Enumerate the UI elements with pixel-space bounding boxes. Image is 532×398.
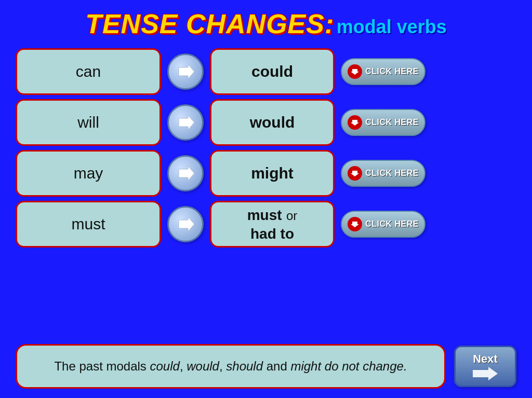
click-here-label-2: CLICK HERE — [365, 118, 419, 127]
download-icon-1 — [348, 64, 362, 79]
click-here-button-3[interactable]: CLICK HERE — [341, 160, 425, 187]
arrow-icon-2 — [167, 104, 204, 141]
arrow-icon-4 — [167, 206, 204, 242]
title-tense: TENSE CHANGES: — [85, 9, 334, 39]
svg-marker-3 — [351, 120, 359, 126]
svg-marker-2 — [179, 115, 194, 130]
right-box-would: would — [210, 99, 335, 146]
svg-marker-7 — [351, 222, 359, 227]
svg-marker-8 — [473, 367, 498, 380]
bottom-info-box: The past modals could, would, should and… — [16, 344, 446, 389]
title-modal: modal verbs — [337, 16, 447, 37]
row-will: will would CLICK HERE — [16, 99, 516, 146]
download-icon-4 — [348, 217, 362, 231]
arrow-icon-1 — [167, 53, 204, 90]
click-here-button-1[interactable]: CLICK HERE — [341, 58, 425, 85]
svg-marker-0 — [179, 64, 194, 79]
left-box-can: can — [16, 48, 161, 95]
click-here-label-1: CLICK HERE — [365, 67, 419, 76]
svg-marker-6 — [179, 217, 194, 231]
row-can: can could CLICK HERE — [16, 48, 516, 95]
svg-marker-1 — [351, 69, 359, 75]
click-here-label-4: CLICK HERE — [365, 219, 419, 229]
left-box-may: may — [16, 150, 161, 197]
right-box-must-or-had-to: must or had to — [210, 201, 335, 248]
click-here-button-2[interactable]: CLICK HERE — [341, 109, 425, 136]
left-box-will: will — [16, 99, 161, 146]
click-here-button-4[interactable]: CLICK HERE — [341, 211, 425, 238]
next-arrow-icon — [473, 367, 498, 380]
svg-marker-4 — [179, 166, 194, 181]
arrow-icon-3 — [167, 155, 204, 191]
left-box-must: must — [16, 201, 161, 248]
next-button[interactable]: Next — [454, 346, 516, 387]
download-icon-3 — [348, 166, 362, 181]
right-box-might: might — [210, 150, 335, 197]
bottom-text: The past modals could, would, should and… — [54, 359, 407, 373]
right-box-could: could — [210, 48, 335, 95]
click-here-label-3: CLICK HERE — [365, 169, 419, 178]
row-may: may might CLICK HERE — [16, 150, 516, 197]
page-title: TENSE CHANGES: modal verbs — [0, 0, 532, 44]
main-content: can could CLICK HERE will — [0, 44, 532, 252]
download-icon-2 — [348, 115, 362, 130]
row-must: must must or had to CLICK HERE — [16, 201, 516, 248]
next-button-label: Next — [473, 352, 498, 366]
bottom-section: The past modals could, would, should and… — [16, 344, 516, 389]
svg-marker-5 — [351, 171, 359, 176]
